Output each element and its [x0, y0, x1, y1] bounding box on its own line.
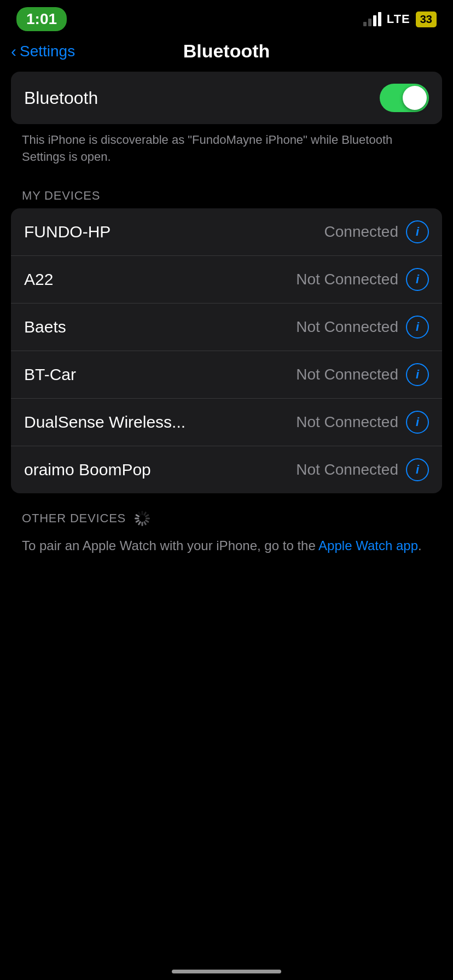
device-name-a22: A22 [24, 270, 53, 289]
device-status-oraimo: Not Connected [296, 461, 398, 479]
info-icon-baets[interactable]: i [406, 316, 429, 339]
device-status-dualsense: Not Connected [296, 413, 398, 431]
lte-label: LTE [387, 12, 410, 26]
device-name-oraimo: oraimo BoomPop [24, 460, 151, 479]
device-status-fundo-hp: Connected [324, 223, 398, 241]
battery-indicator: 33 [416, 11, 437, 27]
device-status-area-baets: Not Connected i [296, 316, 429, 339]
signal-bar-3 [373, 15, 376, 26]
device-row-oraimo[interactable]: oraimo BoomPop Not Connected i [11, 446, 442, 493]
signal-bars-icon [363, 12, 381, 26]
device-row-bt-car[interactable]: BT-Car Not Connected i [11, 351, 442, 399]
info-icon-bt-car[interactable]: i [406, 363, 429, 386]
status-bar: 1:01 LTE 33 [0, 0, 453, 31]
back-button[interactable]: ‹ Settings [11, 42, 75, 61]
svg-rect-3 [146, 517, 150, 519]
bluetooth-toggle-switch[interactable] [380, 84, 429, 112]
device-row-fundo-hp[interactable]: FUNDO-HP Connected i [11, 208, 442, 256]
back-label: Settings [20, 43, 75, 60]
other-devices-header: OTHER DEVICES [22, 511, 126, 526]
navigation-bar: ‹ Settings Bluetooth [0, 31, 453, 72]
status-time: 1:01 [16, 7, 67, 31]
device-status-a22: Not Connected [296, 271, 398, 288]
device-status-area-oraimo: Not Connected i [296, 458, 429, 481]
my-devices-header: MY DEVICES [11, 177, 442, 208]
bluetooth-toggle-row[interactable]: Bluetooth [11, 72, 442, 124]
bluetooth-toggle-label: Bluetooth [24, 88, 98, 108]
info-icon-oraimo[interactable]: i [406, 458, 429, 481]
page-title: Bluetooth [183, 40, 270, 62]
home-indicator [172, 970, 281, 973]
apple-watch-description: To pair an Apple Watch with your iPhone,… [11, 533, 442, 556]
signal-bar-4 [378, 12, 381, 26]
device-name-dualsense: DualSense Wireless... [24, 413, 185, 431]
bluetooth-toggle-card: Bluetooth [11, 72, 442, 124]
main-content: Bluetooth This iPhone is discoverable as… [0, 72, 453, 556]
status-right-icons: LTE 33 [363, 11, 437, 27]
device-status-area-bt-car: Not Connected i [296, 363, 429, 386]
info-icon-dualsense[interactable]: i [406, 411, 429, 434]
discoverable-description: This iPhone is discoverable as "FundoMay… [11, 130, 442, 177]
device-name-baets: Baets [24, 318, 66, 336]
my-devices-list: FUNDO-HP Connected i A22 Not Connected i… [11, 208, 442, 493]
other-devices-section: OTHER DEVICES [11, 510, 442, 556]
battery-percentage: 33 [416, 11, 437, 27]
device-name-fundo-hp: FUNDO-HP [24, 223, 111, 241]
device-status-bt-car: Not Connected [296, 366, 398, 383]
svg-rect-9 [135, 517, 139, 519]
device-status-baets: Not Connected [296, 318, 398, 336]
device-status-area-fundo-hp: Connected i [324, 220, 429, 243]
scanning-spinner [133, 510, 151, 527]
signal-bar-1 [363, 22, 367, 26]
info-icon-fundo-hp[interactable]: i [406, 220, 429, 243]
apple-watch-text-before: To pair an Apple Watch with your iPhone,… [22, 538, 318, 553]
info-icon-a22[interactable]: i [406, 268, 429, 291]
toggle-thumb [403, 86, 427, 110]
spinner-icon [133, 510, 151, 527]
signal-bar-2 [368, 19, 371, 26]
device-row-baets[interactable]: Baets Not Connected i [11, 304, 442, 351]
svg-rect-6 [142, 522, 143, 526]
device-name-bt-car: BT-Car [24, 365, 76, 384]
device-row-dualsense[interactable]: DualSense Wireless... Not Connected i [11, 399, 442, 446]
device-status-area-dualsense: Not Connected i [296, 411, 429, 434]
other-devices-header-row: OTHER DEVICES [11, 510, 442, 533]
device-status-area-a22: Not Connected i [296, 268, 429, 291]
device-row-a22[interactable]: A22 Not Connected i [11, 256, 442, 304]
apple-watch-text-after: . [418, 538, 422, 553]
chevron-left-icon: ‹ [11, 42, 16, 61]
svg-rect-0 [142, 511, 143, 515]
apple-watch-app-link[interactable]: Apple Watch app [318, 538, 418, 553]
